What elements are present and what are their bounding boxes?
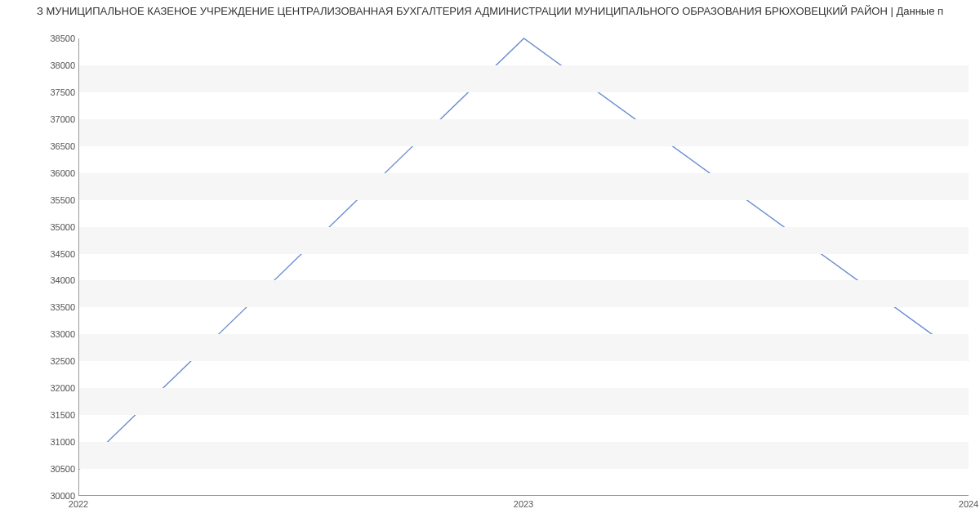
grid-band bbox=[79, 119, 969, 146]
grid-band bbox=[79, 307, 969, 334]
chart-area: 3000030500310003150032000325003300033500… bbox=[0, 19, 980, 525]
grid-band bbox=[79, 200, 969, 227]
grid-band bbox=[79, 415, 969, 442]
chart-title: З МУНИЦИПАЛЬНОЕ КАЗЕНОЕ УЧРЕЖДЕНИЕ ЦЕНТР… bbox=[0, 0, 980, 19]
y-tick-label: 35500 bbox=[26, 195, 75, 205]
grid-band bbox=[79, 361, 969, 388]
grid-band bbox=[79, 65, 969, 92]
y-tick-label: 36500 bbox=[26, 141, 75, 151]
x-tick-label: 2022 bbox=[69, 499, 88, 509]
y-tick-label: 32000 bbox=[26, 383, 75, 393]
y-tick-label: 33500 bbox=[26, 302, 75, 312]
grid-band bbox=[79, 388, 969, 415]
y-tick-label: 32500 bbox=[26, 356, 75, 366]
y-tick-label: 35000 bbox=[26, 222, 75, 232]
grid-band bbox=[79, 92, 969, 119]
y-tick-label: 38000 bbox=[26, 60, 75, 70]
y-tick-label: 33000 bbox=[26, 329, 75, 339]
grid-band bbox=[79, 334, 969, 361]
y-tick-label: 37500 bbox=[26, 87, 75, 97]
grid-band bbox=[79, 38, 969, 65]
grid-band bbox=[79, 280, 969, 307]
y-tick-label: 36000 bbox=[26, 168, 75, 178]
y-tick-label: 38500 bbox=[26, 33, 75, 43]
grid-band bbox=[79, 469, 969, 496]
grid-band bbox=[79, 173, 969, 200]
y-tick-label: 34500 bbox=[26, 249, 75, 259]
grid-band bbox=[79, 442, 969, 469]
y-tick-label: 30500 bbox=[26, 464, 75, 474]
plot-area bbox=[78, 38, 969, 496]
y-tick-label: 34000 bbox=[26, 275, 75, 285]
y-tick-label: 37000 bbox=[26, 114, 75, 124]
grid-band bbox=[79, 146, 969, 173]
y-tick-label: 31500 bbox=[26, 410, 75, 420]
grid-band bbox=[79, 227, 969, 254]
y-tick-label: 31000 bbox=[26, 437, 75, 447]
grid-band bbox=[79, 254, 969, 281]
x-tick-label: 2023 bbox=[514, 499, 533, 509]
x-tick-label: 2024 bbox=[959, 499, 978, 509]
